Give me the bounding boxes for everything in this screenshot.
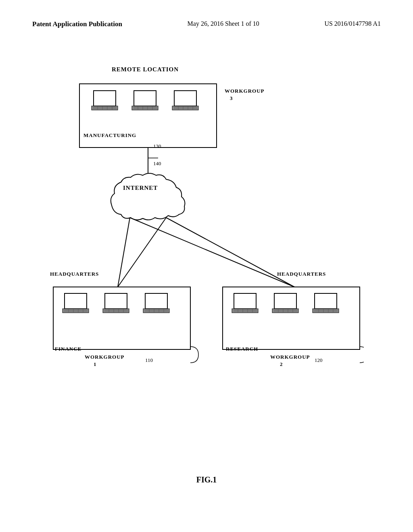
svg-line-27 bbox=[118, 218, 130, 287]
svg-rect-66 bbox=[272, 309, 298, 313]
svg-rect-1 bbox=[94, 91, 116, 106]
svg-line-30 bbox=[118, 218, 166, 287]
workgroup3-label: WORKGROUP bbox=[225, 88, 265, 94]
svg-rect-18 bbox=[172, 106, 198, 110]
svg-rect-9 bbox=[134, 91, 156, 106]
internet-label: INTERNET bbox=[123, 185, 158, 191]
ref-110: 110 bbox=[145, 357, 153, 364]
svg-rect-10 bbox=[132, 106, 158, 110]
svg-rect-31 bbox=[53, 287, 190, 349]
svg-rect-74 bbox=[313, 309, 339, 313]
svg-rect-73 bbox=[315, 293, 337, 309]
manufacturing-label: MANUFACTURING bbox=[83, 132, 136, 139]
diagram: REMOTE LOCATION MANUFACTURING WORKGROUP … bbox=[49, 64, 364, 427]
svg-rect-34 bbox=[63, 309, 89, 313]
svg-rect-42 bbox=[103, 309, 129, 313]
ref-120: 120 bbox=[315, 357, 323, 364]
ref-130: 130 bbox=[153, 143, 161, 150]
patent-number: US 2016/0147798 A1 bbox=[324, 20, 381, 27]
svg-rect-32 bbox=[223, 287, 360, 349]
sheet-info: May 26, 2016 Sheet 1 of 10 bbox=[188, 20, 259, 27]
svg-rect-65 bbox=[274, 293, 296, 309]
hq-left-label: HEADQUARTERS bbox=[50, 271, 99, 277]
diagram-container: REMOTE LOCATION MANUFACTURING WORKGROUP … bbox=[0, 64, 413, 427]
remote-location-label: REMOTE LOCATION bbox=[112, 66, 179, 73]
fig-label: FIG.1 bbox=[0, 475, 413, 484]
finance-label: FINANCE bbox=[55, 346, 81, 352]
workgroup1-label: WORKGROUP bbox=[85, 354, 125, 360]
workgroup3-number: 3 bbox=[230, 95, 233, 102]
svg-rect-33 bbox=[65, 293, 87, 309]
svg-rect-17 bbox=[174, 91, 196, 106]
svg-rect-58 bbox=[232, 309, 258, 313]
svg-rect-41 bbox=[105, 293, 127, 309]
svg-line-29 bbox=[130, 218, 294, 287]
svg-rect-2 bbox=[92, 106, 118, 110]
svg-rect-49 bbox=[145, 293, 167, 309]
workgroup1-number: 1 bbox=[94, 361, 96, 368]
svg-rect-57 bbox=[234, 293, 256, 309]
research-label: RESEARCH bbox=[226, 346, 258, 352]
workgroup2-number: 2 bbox=[280, 361, 283, 368]
publication-title: Patent Application Publication bbox=[32, 20, 122, 28]
hq-right-label: HEADQUARTERS bbox=[277, 271, 326, 277]
svg-rect-50 bbox=[143, 309, 169, 313]
svg-line-28 bbox=[166, 218, 294, 287]
ref-140: 140 bbox=[153, 160, 161, 167]
workgroup2-label: WORKGROUP bbox=[270, 354, 310, 360]
